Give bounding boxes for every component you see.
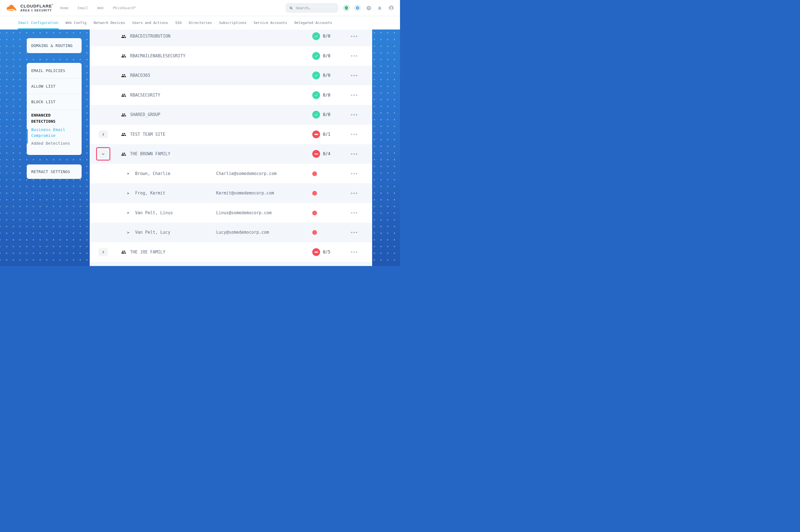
nav-item-web[interactable]: Web — [97, 6, 104, 10]
member-name: Van Pelt, Linus — [135, 203, 173, 223]
row-actions-menu[interactable] — [351, 66, 357, 86]
member-row: >Van Pelt, LucyLucy@somedemocorp.com — [90, 223, 372, 242]
member-expand-chevron[interactable]: > — [127, 223, 129, 242]
top-navigation-bar: CLOUDFLARE® AREA 1 SECURITY Home Email W… — [0, 0, 400, 16]
expand-toggle-button[interactable]: ❯ — [98, 150, 108, 158]
sidebar-item-block-list[interactable]: BLOCK LIST — [27, 94, 81, 110]
active-item-indicator — [27, 129, 28, 144]
user-avatar-icon[interactable] — [389, 5, 394, 10]
group-name: RBACMAILENABLESECURITY — [130, 46, 185, 66]
group-row: SHARED_GROUP0/0 — [90, 105, 372, 125]
member-expand-chevron[interactable]: > — [127, 203, 129, 223]
trademark-mark: ® — [52, 4, 53, 5]
primary-nav-items: Home Email Web PhishGuard™ — [60, 6, 136, 10]
group-row: ❯THE BROWN FAMILY0/4 — [90, 144, 372, 164]
nav-item-home[interactable]: Home — [60, 6, 69, 10]
group-name: THE JOE FAMILY — [130, 242, 165, 262]
row-actions-menu[interactable] — [351, 203, 357, 223]
nav-item-phishguard[interactable]: PhishGuard™ — [113, 6, 136, 10]
tab-subscriptions[interactable]: Subscriptions — [219, 16, 246, 30]
cloudflare-logo[interactable]: CLOUDFLARE® AREA 1 SECURITY — [5, 4, 54, 13]
status-pass-icon — [312, 52, 320, 60]
member-count: 0/0 — [323, 105, 330, 125]
group-row: RBACO3650/0 — [90, 66, 372, 86]
tab-service-accounts[interactable]: Service Accounts — [254, 16, 287, 30]
status-blocked-icon — [312, 248, 320, 256]
expand-toggle-button[interactable]: ❯ — [98, 131, 108, 138]
row-actions-menu[interactable] — [351, 183, 357, 203]
group-icon — [121, 73, 126, 78]
group-icon — [121, 53, 126, 58]
member-row: >Brown, CharlieCharlie@somedemocorp.com — [90, 164, 372, 184]
sidebar-item-email-policies[interactable]: EMAIL POLICIES — [27, 63, 81, 78]
group-row: RBACMAILENABLESECURITY0/0 — [90, 46, 372, 66]
chevron-right-icon: ❯ — [102, 132, 104, 136]
cloudflare-cloud-icon — [5, 4, 18, 13]
tab-users-and-actions[interactable]: Users and Actions — [132, 16, 168, 30]
row-actions-menu[interactable] — [351, 46, 357, 66]
member-count: 0/5 — [323, 242, 330, 262]
expand-toggle-button[interactable]: ❯ — [98, 248, 108, 256]
member-email: Linus@somedemocorp.com — [216, 203, 272, 223]
tab-directories[interactable]: Directories — [189, 16, 212, 30]
group-icon — [121, 152, 126, 157]
member-count: 0/0 — [323, 66, 330, 86]
member-row: >Van Pelt, LinusLinus@somedemocorp.com — [90, 203, 372, 223]
group-name: THE BROWN FAMILY — [130, 144, 170, 164]
sidebar-item-enhanced-detections[interactable]: ENHANCED DETECTIONS — [31, 112, 65, 125]
row-actions-menu[interactable] — [351, 164, 357, 184]
sidebar-item-domains-routing[interactable]: DOMAINS & ROUTING — [27, 38, 81, 53]
tab-email-configuration[interactable]: Email Configuration — [18, 16, 58, 30]
status-blocked-icon — [312, 131, 320, 138]
status-pass-icon — [312, 72, 320, 79]
search-box[interactable] — [286, 3, 338, 13]
gear-icon[interactable] — [354, 4, 361, 12]
group-icon — [121, 250, 126, 254]
sidebar-card-email-policies: EMAIL POLICIES ALLOW LIST BLOCK LIST ENH… — [27, 63, 81, 155]
tab-network-devices[interactable]: Network Devices — [94, 16, 125, 30]
sidebar-section-enhanced-detections: ENHANCED DETECTIONS Business Email Compr… — [27, 110, 81, 155]
group-row: ❯THE JOE FAMILY0/5 — [90, 242, 372, 262]
member-count: 0/0 — [323, 86, 330, 105]
group-icon — [121, 112, 126, 117]
member-expand-chevron[interactable]: > — [127, 164, 129, 184]
tab-web-config[interactable]: Web Config — [66, 16, 86, 30]
group-name: RBACSECURITY — [130, 86, 160, 105]
tab-sso[interactable]: SSO — [175, 16, 182, 30]
sidebar-item-retract-settings[interactable]: RETRACT SETTINGS — [27, 165, 81, 179]
sidebar-item-added-detections[interactable]: Added Detections — [31, 141, 78, 146]
directory-groups-table: RBACDISTRUBUTION0/0RBACMAILENABLESECURIT… — [90, 26, 372, 266]
member-status-dot — [312, 211, 317, 215]
bell-icon[interactable] — [377, 5, 382, 11]
sidebar-item-business-email-compromise[interactable]: Business Email Compromise — [31, 127, 69, 138]
member-expand-chevron[interactable]: > — [127, 183, 129, 203]
chevron-right-icon: ❯ — [102, 250, 104, 254]
brand-subtitle: AREA 1 SECURITY — [20, 9, 54, 12]
shield-verified-icon[interactable] — [343, 4, 350, 12]
secondary-navigation-bar: Email Configuration Web Config Network D… — [0, 16, 400, 30]
row-actions-menu[interactable] — [351, 223, 357, 242]
tab-delegated-accounts[interactable]: Delegated Accounts — [294, 16, 332, 30]
row-actions-menu[interactable] — [351, 105, 357, 125]
status-pass-icon — [312, 32, 320, 40]
member-status-dot — [312, 191, 317, 196]
brand-name: CLOUDFLARE® — [20, 4, 54, 8]
help-icon[interactable]: ? — [367, 6, 371, 10]
member-count: 0/0 — [323, 46, 330, 66]
member-name: Brown, Charlie — [135, 164, 170, 184]
row-actions-menu[interactable] — [351, 86, 357, 105]
sidebar-item-allow-list[interactable]: ALLOW LIST — [27, 78, 81, 94]
row-actions-menu[interactable] — [351, 125, 357, 145]
row-actions-menu[interactable] — [351, 242, 357, 262]
search-icon — [289, 6, 293, 10]
member-name: Van Pelt, Lucy — [135, 223, 170, 242]
nav-item-email[interactable]: Email — [78, 6, 88, 10]
group-name: TEST TEAM SITE — [130, 125, 165, 145]
search-input[interactable] — [295, 5, 334, 10]
row-actions-menu[interactable] — [351, 144, 357, 164]
sidebar-card-domains-routing: DOMAINS & ROUTING — [27, 38, 81, 53]
member-count: 0/1 — [323, 125, 330, 145]
group-icon — [121, 34, 126, 39]
member-row: >Frog, KermitKermit@somedemocorp.com — [90, 183, 372, 203]
group-row: ❯TEST TEAM SITE0/1 — [90, 125, 372, 145]
